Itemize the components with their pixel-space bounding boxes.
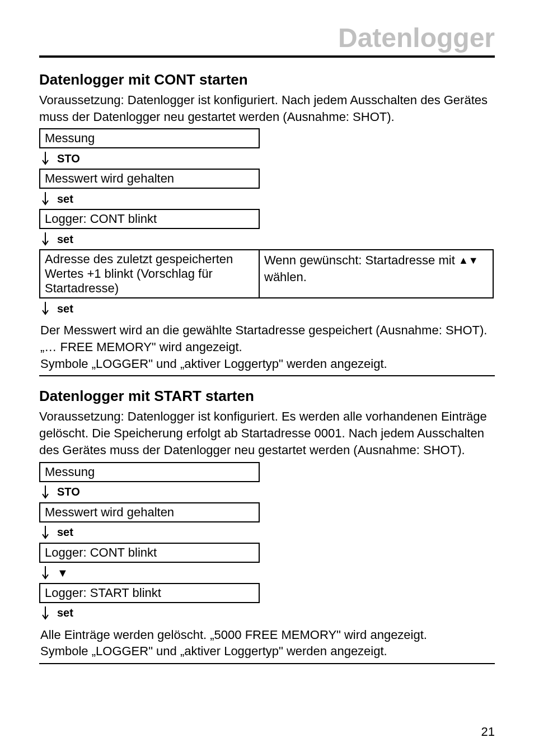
step-a2: set — [39, 189, 495, 209]
down-arrow-icon — [41, 526, 49, 539]
flow-box-a3: Logger: CONT blinkt — [39, 209, 260, 229]
step-a4-label: set — [57, 302, 73, 315]
down-arrow-icon — [41, 566, 49, 580]
step-a2-label: set — [57, 193, 73, 206]
section-a-intro: Voraussetzung: Datenlogger ist konfiguri… — [39, 92, 495, 125]
step-b4: set — [39, 603, 495, 623]
up-down-triangles-icon: ▲▼ — [458, 255, 479, 266]
step-b1: STO — [39, 482, 495, 502]
step-b2: set — [39, 522, 495, 543]
down-arrow-icon — [41, 606, 49, 620]
header-rule — [39, 55, 495, 58]
result-a: Der Messwert wird an die gewählte Starta… — [39, 319, 495, 376]
step-a3: set — [39, 229, 495, 249]
section-a-heading: Datenlogger mit CONT starten — [39, 71, 495, 88]
step-a1: STO — [39, 148, 495, 169]
result-b: Alle Einträge werden gelöscht. „5000 FRE… — [39, 623, 495, 664]
step-a4: set — [39, 298, 495, 319]
side-a4-pre: Wenn gewünscht: Startadresse mit — [264, 253, 458, 267]
step-a1-label: STO — [57, 152, 80, 165]
flow-box-b4: Logger: START blinkt — [39, 583, 260, 603]
page-header-title: Datenlogger — [39, 22, 495, 53]
section-b-heading: Datenlogger mit START starten — [39, 388, 495, 405]
flow-box-b3: Logger: CONT blinkt — [39, 543, 260, 563]
down-arrow-icon — [41, 232, 49, 246]
section-b-intro: Voraussetzung: Datenlogger ist konfiguri… — [39, 408, 495, 458]
down-arrow-icon — [41, 302, 49, 315]
flow-box-a4-side: Wenn gewünscht: Startadresse mit ▲▼ wähl… — [260, 249, 494, 298]
down-arrow-icon — [41, 152, 49, 165]
page-number: 21 — [481, 725, 495, 739]
down-arrow-icon — [41, 486, 49, 499]
step-b3: ▼ — [39, 563, 495, 583]
down-arrow-icon — [41, 192, 49, 206]
step-a3-label: set — [57, 233, 73, 246]
flow-box-a2: Messwert wird gehalten — [39, 169, 260, 189]
step-b2-label: set — [57, 526, 73, 539]
flow-box-a4: Adresse des zuletzt gespeicher­ten Werte… — [39, 249, 260, 298]
flow-box-a1: Messung — [39, 128, 260, 148]
flow-box-b2: Messwert wird gehalten — [39, 502, 260, 522]
step-b4-label: set — [57, 606, 73, 619]
flow-box-b1: Messung — [39, 462, 260, 482]
down-triangle-icon: ▼ — [57, 567, 68, 578]
step-b1-label: STO — [57, 486, 80, 498]
side-a4-post: wählen. — [264, 270, 307, 284]
